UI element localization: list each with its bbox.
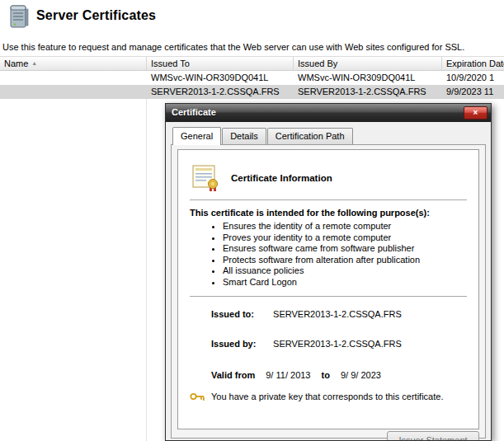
- key-icon: [190, 392, 205, 401]
- column-header-issued-by-label: Issued By: [298, 59, 337, 68]
- certificate-fields: Issued to: SERVER2013-1-2.CSSQA.FRS Issu…: [190, 309, 467, 380]
- column-header-expiration-label: Expiration Date: [446, 59, 504, 68]
- column-header-name[interactable]: Name▲: [0, 57, 147, 70]
- cell-name: [0, 85, 147, 99]
- cell-issued-by: SERVER2013-1-2.CSSQA.FRS: [294, 85, 442, 99]
- purpose-heading: This certificate is intended for the fol…: [190, 208, 467, 218]
- tab-details[interactable]: Details: [222, 128, 266, 144]
- issued-to-label: Issued to:: [211, 309, 271, 319]
- column-header-issued-to-label: Issued To: [151, 59, 190, 68]
- issued-by-label: Issued by:: [211, 339, 271, 349]
- column-header-issued-by[interactable]: Issued By: [294, 57, 442, 70]
- table-row-selected[interactable]: SERVER2013-1-2.CSSQA.FRS SERVER2013-1-2.…: [0, 85, 504, 99]
- cell-issued-to: SERVER2013-1-2.CSSQA.FRS: [147, 85, 294, 99]
- server-icon: [7, 4, 31, 29]
- column-header-expiration-date[interactable]: Expiration Date: [442, 57, 504, 70]
- certificate-icon: [190, 164, 221, 192]
- cell-expiration: 9/9/2023 11: [442, 85, 504, 99]
- certificate-info-panel: Certificate Information This certificate…: [177, 149, 479, 429]
- purpose-item: Smart Card Logon: [223, 277, 467, 289]
- certificates-table-header: Name▲ Issued To Issued By Expiration Dat…: [0, 56, 504, 71]
- validity-row: Valid from 9/ 11/ 2013 to 9/ 9/ 2023: [211, 370, 467, 380]
- table-row[interactable]: WMSvc-WIN-OR309DQ041L WMSvc-WIN-OR309DQ0…: [0, 71, 504, 85]
- page-title: Server Certificates: [36, 8, 156, 23]
- column-header-issued-to[interactable]: Issued To: [147, 57, 294, 70]
- column-grid-line: [146, 99, 147, 441]
- tab-general[interactable]: General: [172, 127, 221, 145]
- separator: [190, 199, 467, 201]
- purpose-list: Ensures the identity of a remote compute…: [190, 221, 467, 288]
- dialog-title-bar[interactable]: Certificate ×: [166, 104, 491, 122]
- issued-to-row: Issued to: SERVER2013-1-2.CSSQA.FRS: [211, 309, 467, 319]
- purpose-item: Protects software from alteration after …: [223, 255, 467, 266]
- column-header-name-label: Name: [4, 59, 28, 68]
- issued-by-value: SERVER2013-1-2.CSSQA.FRS: [273, 339, 402, 349]
- cell-expiration: 10/9/2020 1: [442, 71, 504, 85]
- tab-certification-path[interactable]: Certification Path: [267, 128, 353, 144]
- purpose-item: Proves your identity to a remote compute…: [223, 232, 467, 244]
- cell-issued-by: WMSvc-WIN-OR309DQ041L: [294, 71, 442, 85]
- separator: [190, 296, 467, 298]
- dialog-title: Certificate: [172, 107, 216, 117]
- page-description: Use this feature to request and manage c…: [2, 42, 502, 52]
- dialog-body: General Details Certification Path Certi: [166, 122, 491, 440]
- valid-from-date: 9/ 11/ 2013: [266, 370, 310, 380]
- certificate-information-title: Certificate Information: [231, 173, 332, 183]
- valid-to-date: 9/ 9/ 2023: [341, 370, 381, 380]
- close-icon[interactable]: ×: [464, 106, 488, 120]
- dialog-tabs: General Details Certification Path: [172, 127, 354, 144]
- private-key-row: You have a private key that corresponds …: [190, 392, 467, 401]
- cell-issued-to: WMSvc-WIN-OR309DQ041L: [147, 71, 294, 85]
- private-key-text: You have a private key that corresponds …: [211, 392, 443, 401]
- certificate-info-header: Certificate Information: [190, 162, 467, 195]
- valid-from-label: Valid from: [211, 370, 255, 380]
- valid-to-label: to: [322, 370, 330, 380]
- cell-name: [0, 71, 147, 85]
- server-certificates-page: { "page": { "title": "Server Certificate…: [0, 0, 504, 441]
- purpose-item: Ensures the identity of a remote compute…: [223, 221, 467, 232]
- issuer-statement-button[interactable]: Issuer Statement: [387, 431, 479, 441]
- issued-by-row: Issued by: SERVER2013-1-2.CSSQA.FRS: [211, 339, 467, 349]
- certificate-dialog: Certificate × General Details Certificat…: [165, 103, 492, 441]
- issued-to-value: SERVER2013-1-2.CSSQA.FRS: [273, 309, 402, 319]
- purpose-item: Ensures software came from software publ…: [223, 243, 467, 255]
- purpose-item: All issuance policies: [223, 265, 467, 277]
- sort-ascending-icon: ▲: [31, 60, 37, 66]
